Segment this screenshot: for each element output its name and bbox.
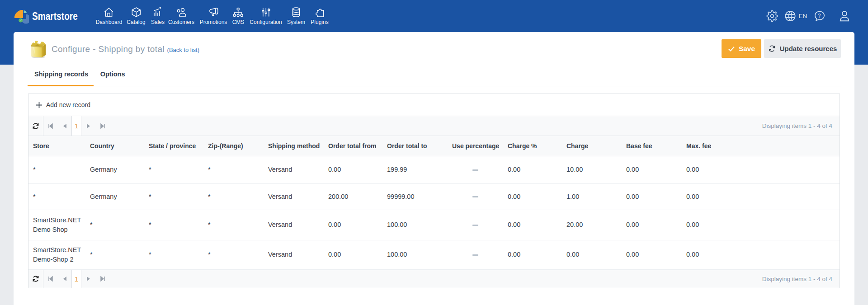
svg-text:?: ? bbox=[818, 13, 821, 19]
